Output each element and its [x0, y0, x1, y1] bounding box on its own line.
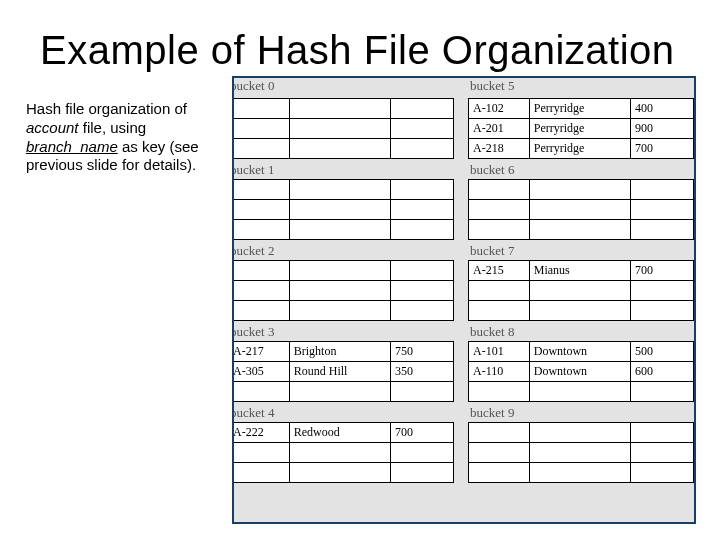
table-row [232, 220, 454, 240]
table-row [469, 220, 694, 240]
table-row: A-217Brighton750 [232, 342, 454, 362]
table-row: A-215Mianus700 [469, 261, 694, 281]
table-row [469, 423, 694, 443]
table-row: A-201Perryridge900 [469, 119, 694, 139]
bucket-label: bucket 6 [468, 159, 694, 179]
bucket-table: A-215Mianus700 [468, 260, 694, 321]
bucket-label: bucket 1 [232, 159, 454, 179]
table-row: A-305Round Hill350 [232, 362, 454, 382]
table-row: A-102Perryridge400 [469, 99, 694, 119]
table-row [232, 119, 454, 139]
bucket-label: bucket 8 [468, 321, 694, 341]
hash-buckets-figure: bucket 0bucket 1bucket 2bucket 3A-217Bri… [232, 76, 696, 524]
table-row [232, 261, 454, 281]
bucket-label: bucket 4 [232, 402, 454, 422]
table-row [469, 463, 694, 483]
bucket-table [468, 422, 694, 483]
bucket-label: bucket 9 [468, 402, 694, 422]
table-row [469, 281, 694, 301]
bucket-label: bucket 5 [468, 78, 694, 98]
bucket-label: bucket 7 [468, 240, 694, 260]
table-row [232, 301, 454, 321]
table-row [469, 443, 694, 463]
table-row: A-222Redwood700 [232, 423, 454, 443]
bucket-table [232, 260, 454, 321]
bucket-table: A-222Redwood700 [232, 422, 454, 483]
table-row [232, 180, 454, 200]
bucket-table: A-217Brighton750A-305Round Hill350 [232, 341, 454, 402]
bucket-table [232, 98, 454, 159]
bucket-label: bucket 0 [232, 78, 454, 98]
table-row [232, 99, 454, 119]
slide-description: Hash file organization of account file, … [26, 100, 231, 175]
slide-title: Example of Hash File Organization [40, 28, 675, 73]
table-row [232, 463, 454, 483]
table-row [232, 139, 454, 159]
table-row [232, 200, 454, 220]
table-row [232, 443, 454, 463]
table-row [469, 382, 694, 402]
bucket-label: bucket 2 [232, 240, 454, 260]
table-row: A-218Perryridge700 [469, 139, 694, 159]
table-row [232, 382, 454, 402]
table-row: A-101Downtown500 [469, 342, 694, 362]
table-row [232, 281, 454, 301]
table-row [469, 301, 694, 321]
bucket-table: A-102Perryridge400A-201Perryridge900A-21… [468, 98, 694, 159]
table-row [469, 200, 694, 220]
bucket-table: A-101Downtown500A-110Downtown600 [468, 341, 694, 402]
table-row: A-110Downtown600 [469, 362, 694, 382]
table-row [469, 180, 694, 200]
bucket-label: bucket 3 [232, 321, 454, 341]
bucket-table [468, 179, 694, 240]
bucket-table [232, 179, 454, 240]
